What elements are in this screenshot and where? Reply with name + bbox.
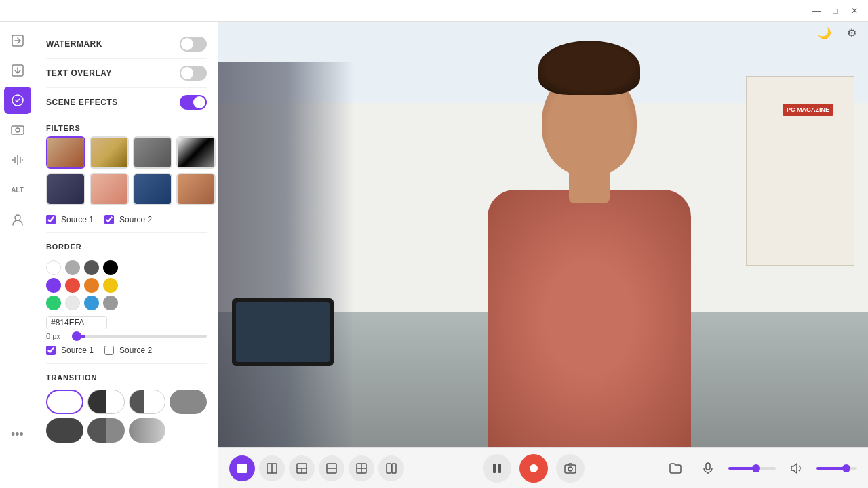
layout-buttons	[229, 455, 404, 481]
monitor-screen	[236, 302, 330, 362]
filter-item-7[interactable]	[133, 173, 172, 205]
theme-toggle-button[interactable]: 🌙	[814, 22, 835, 43]
border-source1-checkbox[interactable]: Source 1	[46, 346, 94, 355]
close-button[interactable]: ✕	[846, 3, 863, 19]
watermark-toggle[interactable]	[180, 37, 207, 52]
border-color-row-1	[46, 260, 207, 275]
color-red[interactable]	[65, 278, 80, 293]
filter-source-checkboxes: Source 1 Source 2	[46, 212, 207, 227]
sidebar-item-alt[interactable]: ALT	[4, 176, 31, 203]
color-hex-input[interactable]	[46, 316, 107, 329]
scene-shelf: PC MAGAZINE	[746, 76, 854, 266]
color-orange[interactable]	[84, 278, 99, 293]
sidebar-item-import[interactable]	[4, 27, 31, 54]
transition-grid-2	[46, 418, 207, 443]
svg-rect-22	[565, 465, 576, 473]
filter-item-6[interactable]	[90, 173, 129, 205]
main-container: ALT WATERMARK TEXT OVERLAY SCENE EFFECTS…	[0, 22, 868, 488]
sidebar-item-person[interactable]	[4, 206, 31, 233]
header-right-icons: 🌙 ⚙	[814, 22, 863, 43]
text-overlay-row: TEXT OVERLAY	[46, 59, 207, 88]
border-color-row-3	[46, 296, 207, 310]
transition-item-1[interactable]	[46, 390, 83, 414]
control-buttons	[483, 454, 585, 483]
color-white[interactable]	[46, 260, 61, 275]
text-overlay-toggle[interactable]	[180, 66, 207, 81]
more-options-button[interactable]: •••	[11, 428, 24, 442]
transition-item-5[interactable]	[46, 418, 83, 443]
sidebar-item-export[interactable]	[4, 57, 31, 84]
filter-source1-label: Source 1	[61, 215, 94, 224]
filter-item-3[interactable]	[133, 136, 172, 169]
sidebar-item-effects[interactable]	[4, 87, 31, 114]
screenshot-button[interactable]	[556, 454, 585, 483]
border-header: BORDER	[46, 236, 207, 255]
microphone-button[interactable]	[696, 456, 720, 481]
filter-item-4[interactable]	[176, 136, 216, 169]
mic-volume-slider[interactable]	[728, 467, 776, 470]
transition-item-7[interactable]	[129, 418, 166, 443]
transition-item-6[interactable]	[87, 418, 125, 443]
color-green[interactable]	[46, 296, 61, 310]
transition-grid	[46, 390, 207, 414]
video-scene: PC MAGAZINE	[218, 22, 868, 447]
color-blue[interactable]	[84, 296, 99, 310]
border-source2-checkbox[interactable]: Source 2	[104, 346, 152, 355]
svg-rect-17	[387, 464, 391, 473]
layout-btn-1[interactable]	[229, 455, 255, 481]
filter-source1-checkbox[interactable]: Source 1	[46, 215, 94, 224]
filter-item-8[interactable]	[176, 173, 216, 205]
border-px-label: 0 px	[46, 332, 66, 340]
folder-button[interactable]	[663, 456, 688, 481]
color-purple[interactable]	[46, 278, 61, 293]
filter-item-5[interactable]	[46, 173, 85, 205]
person-shirt	[488, 190, 691, 447]
settings-panel: WATERMARK TEXT OVERLAY SCENE EFFECTS FIL…	[35, 22, 218, 488]
watermark-label: WATERMARK	[46, 39, 102, 49]
transition-item-3[interactable]	[129, 390, 166, 414]
volume-slider[interactable]	[816, 467, 857, 470]
pause-button[interactable]	[483, 454, 511, 483]
layout-btn-3[interactable]	[289, 455, 315, 481]
person-hair	[538, 41, 640, 95]
color-darkgray[interactable]	[84, 260, 99, 275]
layout-btn-4[interactable]	[319, 455, 344, 481]
transition-item-2[interactable]	[87, 390, 125, 414]
layout-btn-5[interactable]	[349, 455, 374, 481]
layout-btn-2[interactable]	[259, 455, 285, 481]
filter-item-1[interactable]	[46, 136, 85, 169]
right-controls	[663, 456, 857, 481]
transition-item-4[interactable]	[170, 390, 207, 414]
maximize-button[interactable]: □	[827, 3, 844, 19]
border-source1-input[interactable]	[46, 346, 56, 355]
color-black[interactable]	[103, 260, 118, 275]
layout-btn-6[interactable]	[378, 455, 404, 481]
volume-button[interactable]	[784, 456, 808, 481]
filter-source2-checkbox[interactable]: Source 2	[104, 215, 152, 224]
sidebar-item-audio[interactable]	[4, 146, 31, 174]
sidebar-item-camera[interactable]	[4, 117, 31, 144]
filter-source2-input[interactable]	[104, 215, 114, 224]
scene-effects-row: SCENE EFFECTS	[46, 88, 207, 117]
border-source-checkboxes: Source 1 Source 2	[46, 343, 207, 358]
filter-grid	[46, 136, 207, 205]
filter-source1-input[interactable]	[46, 215, 56, 224]
scene-monitor	[232, 298, 334, 366]
border-source2-input[interactable]	[104, 346, 114, 355]
settings-button[interactable]: ⚙	[841, 22, 863, 43]
minimize-button[interactable]: —	[808, 3, 825, 19]
color-gray[interactable]	[65, 260, 80, 275]
border-size-slider[interactable]	[72, 335, 207, 338]
svg-rect-3	[12, 126, 24, 134]
color-yellow[interactable]	[103, 278, 118, 293]
person-body	[474, 54, 705, 447]
sidebar-icons: ALT	[0, 22, 35, 488]
video-preview: PC MAGAZINE	[218, 22, 868, 447]
record-button[interactable]	[519, 454, 548, 483]
color-medgray[interactable]	[103, 296, 118, 310]
border-color-row-2	[46, 278, 207, 293]
filter-source2-label: Source 2	[119, 215, 152, 224]
filter-item-2[interactable]	[90, 136, 129, 169]
color-lightgray[interactable]	[65, 296, 80, 310]
scene-effects-toggle[interactable]	[180, 95, 207, 110]
